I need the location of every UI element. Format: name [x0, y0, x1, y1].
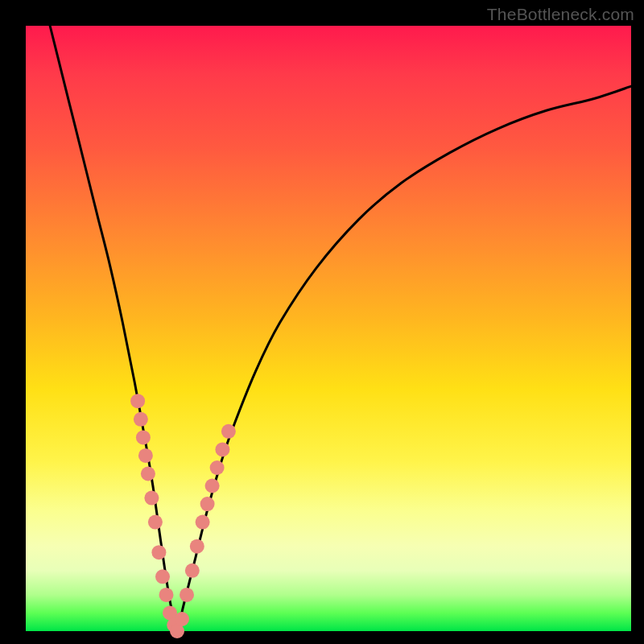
data-point — [185, 564, 200, 578]
data-point — [221, 424, 236, 439]
watermark-text: TheBottleneck.com — [487, 5, 634, 24]
data-markers — [130, 394, 236, 638]
data-point — [136, 430, 151, 444]
data-point — [175, 612, 189, 626]
data-point — [155, 569, 170, 584]
data-point — [200, 497, 215, 511]
data-point — [141, 467, 155, 481]
data-point — [196, 515, 210, 530]
plot-area — [26, 26, 631, 631]
data-point — [130, 394, 145, 408]
data-point — [159, 588, 174, 602]
bottleneck-curve — [50, 26, 631, 631]
data-point — [138, 448, 153, 463]
data-point — [134, 412, 148, 427]
chart-svg — [26, 26, 631, 631]
data-point — [148, 515, 163, 530]
data-point — [151, 545, 166, 559]
chart-frame: TheBottleneck.com — [0, 0, 644, 644]
data-point — [180, 588, 194, 602]
data-point — [210, 460, 225, 475]
data-point — [190, 539, 204, 554]
data-point — [215, 442, 229, 456]
data-point — [205, 479, 220, 493]
data-point — [144, 491, 159, 506]
